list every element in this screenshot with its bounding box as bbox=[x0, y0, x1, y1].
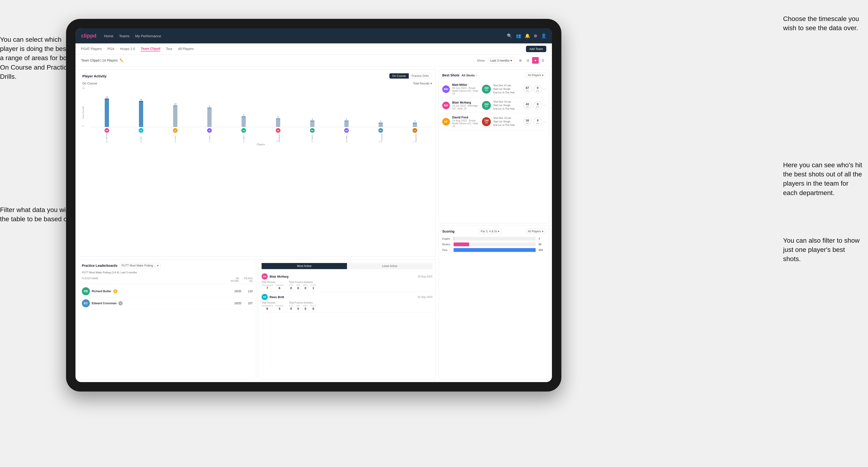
bar-m-miller: 3 bbox=[330, 118, 363, 127]
active-rounds-group-1: Total Rounds Tournament 7 Practice bbox=[261, 281, 283, 290]
shot-badge-3: 198 SG bbox=[482, 117, 491, 126]
avatar-e-crossman: EC bbox=[364, 128, 398, 133]
list-view-icon[interactable]: ☰ bbox=[540, 57, 546, 64]
scoring-value-pars: 499 bbox=[538, 249, 546, 251]
practice-dropdown[interactable]: PUTT Must Make Putting ... ▾ bbox=[119, 263, 161, 268]
most-active-btn[interactable]: Most Active bbox=[261, 263, 347, 269]
active-player-1-name: BM Blair McHarg bbox=[261, 273, 288, 280]
bar-j-coles: 9 bbox=[193, 105, 226, 127]
x-axis-names: B. McHarg B. Britt D. Ford J. Coles bbox=[90, 133, 432, 142]
edit-icon[interactable]: ✏️ bbox=[120, 59, 124, 62]
sub-nav-tour[interactable]: Tour bbox=[166, 47, 173, 51]
shot-player-name-1: Matt Miller bbox=[452, 83, 479, 87]
scoring-players-dropdown[interactable]: All Players ▾ bbox=[526, 229, 546, 234]
col-pb-score: PB SCORE bbox=[227, 277, 239, 282]
heart-view-icon[interactable]: ♥ bbox=[532, 57, 539, 64]
shot-info-1: Matt Miller 09 Jun 2023 · Royal North De… bbox=[452, 83, 479, 95]
sub-nav-all-players[interactable]: All Players bbox=[178, 47, 194, 51]
active-toggle: Most Active Least Active bbox=[261, 263, 432, 269]
most-active-card: Most Active Least Active BM Blair McHarg… bbox=[258, 259, 436, 379]
active-rounds-group-2: Total Rounds Tournament 8 Practice bbox=[261, 302, 283, 310]
x-axis-title: Players bbox=[90, 143, 432, 146]
y-label-0: 0 bbox=[82, 125, 89, 127]
scoring-value-birdies: 96 bbox=[538, 243, 546, 246]
shot-stats-1: 67 yds 0 yds bbox=[523, 85, 542, 93]
add-team-button[interactable]: Add Team bbox=[526, 46, 546, 52]
scoring-row-eagles: Eagles 3 bbox=[442, 237, 546, 241]
nav-teams[interactable]: Teams bbox=[119, 34, 129, 38]
all-players-chevron-icon: ▾ bbox=[542, 73, 544, 77]
lb-score-1: 19/20 bbox=[232, 290, 241, 293]
avatar-l-robertson: LR bbox=[398, 128, 432, 133]
active-practice-group-1: Total Practice Activities GTT 0 APP bbox=[289, 281, 316, 290]
grid2-view-icon[interactable]: ⊟ bbox=[525, 57, 531, 64]
lb-row-1: RB Richard Butler 1 19/20 110 bbox=[82, 285, 253, 298]
shot-location-2: 23 Jul 2023 · Ashridge GC, Hole 15 bbox=[452, 104, 479, 110]
nav-performance[interactable]: My Performance bbox=[135, 34, 161, 38]
shot-stats-3: 16 yds 0 yds bbox=[523, 118, 542, 126]
shot-chevron-2[interactable]: › bbox=[545, 103, 546, 107]
search-icon[interactable]: 🔍 bbox=[507, 33, 512, 38]
least-active-btn[interactable]: Least Active bbox=[347, 263, 432, 269]
lb-avatar-edward: EC bbox=[82, 299, 90, 307]
bar-chart: 0 5 10 Total Rounds 13 bbox=[82, 87, 432, 139]
shot-chevron-1[interactable]: › bbox=[545, 87, 546, 91]
scoring-header: Scoring Par 3, 4 & 5s ▾ All Players ▾ bbox=[442, 229, 546, 234]
tablet-frame: clippd Home Teams My Performance 🔍 👥 🔔 ⊕… bbox=[66, 19, 561, 392]
bar-g-billingham: 4 bbox=[261, 116, 295, 127]
chart-dropdown[interactable]: Total Rounds ▾ bbox=[413, 82, 432, 85]
shot-details-3: Shot Dist: 16 yds Start Lie: Rough End L… bbox=[493, 116, 521, 127]
sub-nav-pgat[interactable]: PGAT Players bbox=[81, 47, 102, 51]
scoring-tab-dropdown[interactable]: Par 3, 4 & 5s ▾ bbox=[478, 229, 501, 234]
shot-item-2[interactable]: BM Blair McHarg 23 Jul 2023 · Ashridge G… bbox=[442, 98, 546, 113]
stat-carry-3: 0 yds bbox=[533, 118, 542, 126]
bar-b-britt: 12 bbox=[124, 98, 158, 127]
stat-dist-3: 16 yds bbox=[523, 118, 532, 126]
scoring-value-eagles: 3 bbox=[538, 237, 546, 240]
main-content: Player Activity On Course Practice Drill… bbox=[75, 66, 552, 382]
user-icon[interactable]: 👤 bbox=[541, 33, 546, 38]
dropdown-arrow-icon: ▾ bbox=[157, 264, 158, 267]
lb-player-info-1: Richard Butler 1 bbox=[92, 289, 230, 293]
grid4-view-icon[interactable]: ⊞ bbox=[517, 57, 524, 64]
all-players-dropdown[interactable]: All Players ▾ bbox=[526, 73, 546, 78]
x-label-gb: G. Billingham bbox=[276, 133, 280, 142]
lb-column-headers: PLAYER NAME PB SCORE PB AVG SQ bbox=[82, 276, 253, 284]
sub-nav-pga[interactable]: PGA bbox=[107, 47, 115, 51]
chart-sub-header: On Course Total Rounds ▾ bbox=[82, 82, 432, 85]
nav-home[interactable]: Home bbox=[104, 34, 114, 38]
shot-player-name-3: David Ford bbox=[452, 116, 479, 119]
shot-chevron-3[interactable]: › bbox=[545, 120, 546, 124]
active-player-2-name: RB Rees Britt bbox=[261, 294, 284, 300]
bar-b-mcharg: 13 bbox=[90, 96, 124, 127]
active-date-2: 02 Sep 2023 bbox=[418, 295, 432, 299]
x-label-mm: M. Miller bbox=[346, 133, 348, 142]
scoring-fill-birdies bbox=[454, 243, 469, 246]
sub-nav-team-clippd[interactable]: Team Clippd bbox=[141, 47, 160, 52]
people-icon[interactable]: 👥 bbox=[516, 33, 521, 38]
lb-avg-1: 110 bbox=[243, 290, 253, 293]
all-shots-tab[interactable]: All Shots bbox=[461, 73, 474, 77]
scoring-track-birdies bbox=[454, 243, 536, 246]
x-label-bm: B. McHarg bbox=[106, 133, 108, 142]
active-stats-row-1: Total Rounds Tournament 7 Practice bbox=[261, 281, 432, 290]
col-player-name: PLAYER NAME bbox=[82, 277, 225, 282]
on-course-toggle[interactable]: On Course bbox=[390, 73, 409, 79]
add-icon[interactable]: ⊕ bbox=[534, 33, 537, 38]
active-player-2-header: RB Rees Britt 02 Sep 2023 bbox=[261, 294, 432, 300]
practice-leaderboard-card: Practice Leaderboards PUTT Must Make Put… bbox=[78, 259, 256, 379]
x-label-lr: L. Robertson bbox=[413, 133, 417, 142]
player-activity-title: Player Activity bbox=[82, 74, 106, 78]
show-select[interactable]: Last 3 months ▾ bbox=[488, 58, 514, 63]
practice-drills-toggle[interactable]: Practice Drills bbox=[409, 73, 432, 79]
x-label-df: D. Ford bbox=[174, 133, 177, 142]
sub-nav-hcaps[interactable]: Hcaps 1-5 bbox=[120, 47, 135, 51]
shot-details-1: Shot Dist: 67 yds Start Lie: Rough End L… bbox=[493, 84, 521, 94]
bell-icon[interactable]: 🔔 bbox=[525, 33, 530, 38]
activity-toggle-group: On Course Practice Drills bbox=[389, 73, 432, 79]
active-practice-values-1: GTT 0 APP 0 ARG bbox=[289, 284, 316, 290]
avatar-e-ebert: EE bbox=[227, 128, 261, 133]
shot-item-1[interactable]: MM Matt Miller 09 Jun 2023 · Royal North… bbox=[442, 81, 546, 98]
shot-item-3[interactable]: DF David Ford 24 Aug 2023 · Royal North … bbox=[442, 113, 546, 130]
scoring-label-pars: Pars bbox=[442, 249, 452, 251]
